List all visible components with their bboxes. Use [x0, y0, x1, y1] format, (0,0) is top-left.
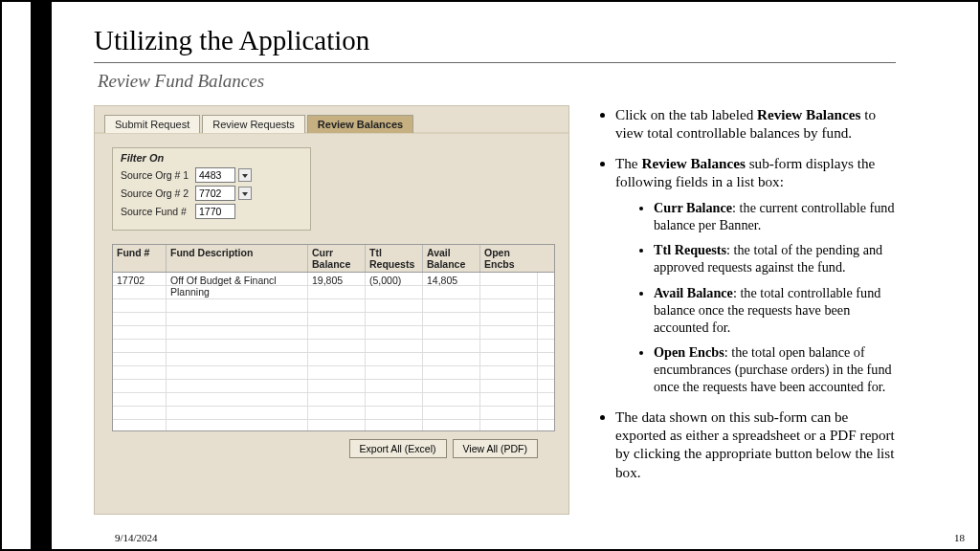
cell: Off Of Budget & Financl Planning [167, 273, 308, 285]
tab-bar: Submit RequestReview RequestsReview Bala… [95, 114, 568, 132]
table-row[interactable]: 17702Off Of Budget & Financl Planning19,… [113, 273, 554, 286]
table-row-empty [113, 420, 554, 431]
description-bullets: Click on the tab labeled Review Balances… [598, 105, 896, 515]
page-subtitle: Review Fund Balances [98, 71, 896, 92]
balances-table: Fund #Fund DescriptionCurr BalanceTtl Re… [112, 244, 555, 431]
side-stripe [31, 2, 52, 549]
cell: (5,000) [366, 273, 423, 285]
chevron-down-icon[interactable] [238, 168, 252, 182]
table-row-empty [113, 299, 554, 313]
bullet: Click on the tab labeled Review Balances… [615, 105, 896, 143]
table-body: 17702Off Of Budget & Financl Planning19,… [113, 273, 554, 431]
tab-review-balances[interactable]: Review Balances [307, 115, 413, 133]
table-row-empty [113, 340, 554, 353]
filter-title: Filter On [121, 152, 302, 164]
table-row-empty [113, 286, 554, 299]
table-row-empty [113, 326, 554, 340]
table-row-empty [113, 380, 554, 393]
inner-bullets: Curr Balance: the current controllable f… [615, 199, 896, 396]
filter-label: Source Fund # [121, 206, 195, 217]
table-row-empty [113, 366, 554, 380]
table-header: Fund #Fund DescriptionCurr BalanceTtl Re… [113, 245, 554, 273]
col-header: Fund Description [167, 245, 308, 272]
col-header: Curr Balance [308, 245, 366, 272]
filter-input[interactable] [195, 204, 235, 219]
col-header: Fund # [113, 245, 167, 272]
export-excel-button[interactable]: Export All (Excel) [349, 439, 447, 458]
col-header: Open Encbs [480, 245, 538, 272]
bullet: The Review Balances sub-form displays th… [615, 154, 896, 396]
table-row-empty [113, 393, 554, 407]
cell: 17702 [113, 273, 167, 285]
view-pdf-button[interactable]: View All (PDF) [453, 439, 539, 458]
bullet: The data shown on this sub-form can be e… [615, 408, 896, 482]
content-area: Utilizing the Application Review Fund Ba… [94, 25, 896, 532]
filter-row: Source Fund # [121, 204, 302, 219]
filter-input[interactable] [195, 186, 235, 201]
footer-date: 9/14/2024 [115, 532, 158, 543]
filter-row: Source Org # 2 [121, 186, 302, 201]
table-row-empty [113, 353, 554, 366]
chevron-down-icon[interactable] [238, 187, 252, 200]
page-title: Utilizing the Application [94, 25, 896, 56]
slide: Utilizing the Application Review Fund Ba… [0, 0, 980, 551]
inner-bullet: Avail Balance: the total controllable fu… [654, 284, 896, 337]
filter-row: Source Org # 1 [121, 167, 302, 183]
body-columns: Submit RequestReview RequestsReview Bala… [94, 105, 896, 515]
filter-input[interactable] [195, 167, 235, 183]
inner-bullet: Ttl Requests: the total of the pending a… [654, 241, 896, 276]
export-buttons: Export All (Excel) View All (PDF) [95, 439, 538, 458]
footer-page-number: 18 [954, 532, 965, 543]
title-rule [94, 62, 896, 63]
cell: 19,805 [308, 273, 366, 285]
tab-review-requests[interactable]: Review Requests [202, 115, 305, 133]
inner-bullet: Curr Balance: the current controllable f… [654, 199, 896, 233]
table-row-empty [113, 407, 554, 420]
app-screenshot: Submit RequestReview RequestsReview Bala… [94, 105, 569, 515]
col-header: Ttl Requests [366, 245, 423, 272]
filter-label: Source Org # 1 [121, 169, 195, 181]
col-header: Avail Balance [423, 245, 480, 272]
table-row-empty [113, 313, 554, 326]
filter-panel: Filter On Source Org # 1Source Org # 2So… [112, 147, 311, 231]
inner-bullet: Open Encbs: the total open balance of en… [654, 343, 896, 396]
cell [480, 273, 538, 285]
filter-label: Source Org # 2 [121, 187, 195, 199]
cell: 14,805 [423, 273, 480, 285]
tab-submit-request[interactable]: Submit Request [104, 115, 200, 133]
